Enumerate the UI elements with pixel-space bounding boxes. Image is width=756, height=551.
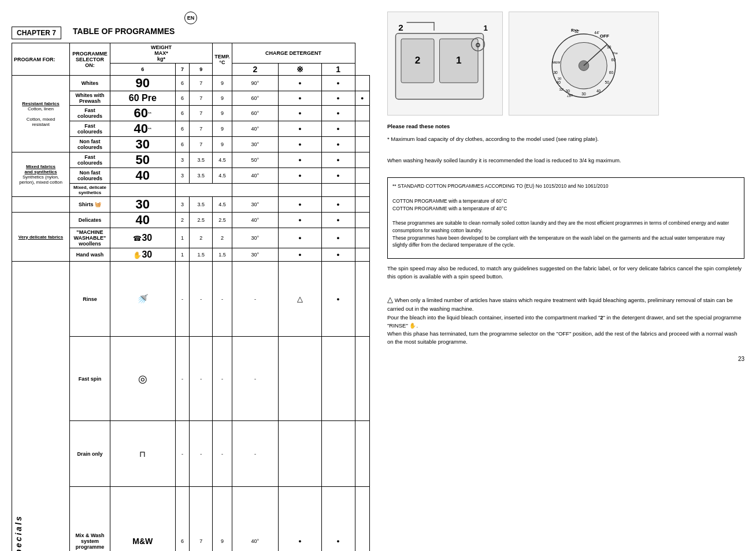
prog-rinse: Rinse [70, 262, 110, 337]
prog-fast-col-60: Fast coloureds [70, 106, 110, 121]
section-resistant: Resistant fabrics Cotton, linen Cotton, … [12, 76, 70, 152]
svg-text:32': 32' [559, 88, 564, 92]
triangle-note: △ When only a limited number of articles… [387, 294, 744, 347]
svg-text:50: 50 [605, 80, 610, 84]
en-badge: EN [184, 12, 197, 24]
prog-mw: Mix & Wash systemprogramme [70, 487, 110, 551]
detergent-diagram: 2 1 2 1 ⚙ [387, 12, 503, 116]
svg-text:40: 40 [557, 80, 561, 84]
prog-shirts-30: Shirts 🧺 [70, 197, 110, 213]
prog-shirts: Mixed, delicatesynthetics [70, 184, 110, 197]
note2: When washing heavily soiled laundry it i… [387, 157, 744, 165]
svg-text:⚙: ⚙ [475, 42, 481, 49]
prog-fast-col-50: Fast coloureds [70, 152, 110, 168]
svg-text:2: 2 [398, 23, 403, 32]
header-det2: ※ [279, 64, 321, 76]
header-w2: 7 [175, 64, 190, 76]
spin-note: The spin speed may also be reduced, to m… [387, 265, 744, 281]
diagrams-row: 2 1 2 1 ⚙ [387, 12, 744, 116]
svg-text:32': 32' [575, 29, 580, 33]
header-temp: TEMP.°C [213, 43, 232, 76]
page-right: 23 [738, 356, 744, 362]
box-note: ** STANDARD COTTON PROGRAMMES ACCORDING … [387, 177, 744, 259]
prog-non-fast-col-30: Non fast coloureds [70, 137, 110, 152]
header-det3: 1 [321, 64, 355, 76]
table-row: Very delicate fabrics Delicates 40 22.52… [12, 213, 370, 228]
page-number-right: 23 [387, 356, 744, 362]
selector-diagram: OFF 90 60 60 50 40 30 30 40 30 M&W 32' 4… [509, 12, 659, 116]
header-program-for: PROGRAM FOR: [12, 43, 70, 76]
chapter-header: CHAPTER 7 TABLE OF PROGRAMMES [12, 27, 370, 39]
header-w1: 6 [110, 64, 176, 76]
table-row: Shirts 🧺 30 33.54.5 30° ●● [12, 197, 370, 213]
svg-text:60: 60 [609, 70, 614, 75]
prog-non-fast-col-40: Non fast coloureds [70, 168, 110, 184]
svg-text:1: 1 [484, 24, 488, 32]
header-det1: 2 [232, 64, 279, 76]
section-delicate: Very delicate fabrics [12, 213, 70, 262]
please-read-title: Please read these notes [387, 122, 744, 131]
prog-delicates: Delicates [70, 213, 110, 228]
chapter-label: CHAPTER 7 [12, 27, 61, 39]
prog-fast-col-40: Fast coloureds [70, 121, 110, 137]
svg-text:30: 30 [553, 70, 558, 75]
svg-text:Pre: Pre [613, 51, 618, 55]
programmes-table: PROGRAM FOR: PROGRAMME SELECTOR ON: WEIG… [12, 43, 370, 551]
table-row: Specials Rinse 🚿 --- - △● [12, 262, 370, 337]
prog-fast-spin: Fast spin [70, 337, 110, 421]
prog-woollens: "MACHINEWASHABLE"woollens [70, 228, 110, 248]
prog-drain: Drain only [70, 421, 110, 487]
note1: * Maximum load capacity of dry clothes, … [387, 135, 744, 143]
svg-text:△: △ [567, 92, 571, 98]
section-shirts [12, 197, 70, 213]
table-title: TABLE OF PROGRAMMES [73, 27, 175, 36]
header-w3: 9 [190, 64, 213, 76]
header-programme-selector: PROGRAMME SELECTOR ON: [70, 43, 110, 76]
header-charge-detergent: CHARGE DETERGENT [232, 43, 355, 64]
svg-text:1: 1 [456, 55, 462, 66]
svg-text:30: 30 [558, 77, 562, 80]
prog-whites: Whites [70, 76, 110, 91]
notes-section: Please read these notes * Maximum load c… [387, 122, 744, 347]
section-mixed: Mixed fabricsand synthetics Synthetics (… [12, 152, 70, 197]
en-badge-container: EN [12, 12, 370, 24]
table-row: Mixed fabricsand synthetics Synthetics (… [12, 152, 370, 168]
svg-text:44': 44' [594, 31, 599, 35]
section-specials: Specials [12, 262, 70, 552]
selector-svg: OFF 90 60 60 50 40 30 30 40 30 M&W 32' 4… [529, 14, 639, 113]
svg-text:60: 60 [612, 58, 616, 62]
detergent-svg: 2 1 2 1 ⚙ [390, 14, 500, 113]
prog-handwash: Hand wash [70, 248, 110, 262]
svg-text:M&W: M&W [552, 61, 561, 64]
svg-text:OFF: OFF [600, 33, 609, 39]
table-row: Resistant fabrics Cotton, linen Cotton, … [12, 76, 370, 91]
svg-text:2: 2 [415, 55, 421, 66]
svg-text:40: 40 [596, 89, 601, 93]
box-content: ** STANDARD COTTON PROGRAMMES ACCORDING … [392, 183, 739, 249]
svg-text:30: 30 [581, 92, 586, 96]
header-weight: WEIGHTMAX*kg* [110, 43, 213, 64]
prog-whites-prewash: Whites withPrewash [70, 91, 110, 106]
svg-text:90: 90 [607, 45, 612, 49]
